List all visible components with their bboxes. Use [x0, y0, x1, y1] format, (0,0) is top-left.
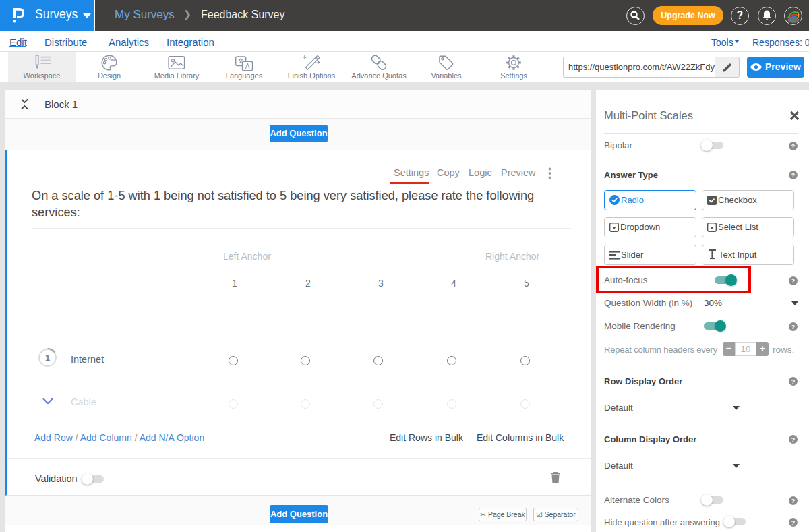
svg-text:A: A: [245, 63, 250, 70]
